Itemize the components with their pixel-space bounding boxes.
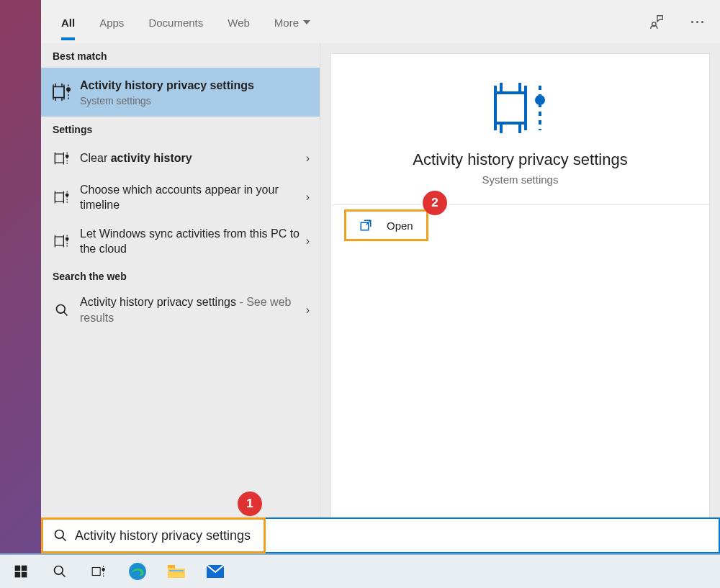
result-best-match[interactable]: Activity history privacy settings System… xyxy=(41,68,320,117)
result-title: Let Windows sync activities from this PC… xyxy=(80,226,311,257)
edge-icon xyxy=(128,562,147,581)
svg-line-44 xyxy=(62,574,66,577)
chevron-right-icon: › xyxy=(306,304,310,317)
tab-more[interactable]: More xyxy=(274,4,310,40)
svg-rect-49 xyxy=(168,565,175,568)
result-title: Activity history privacy settings - See … xyxy=(80,294,311,325)
svg-rect-45 xyxy=(92,568,100,576)
mail-icon xyxy=(206,564,225,579)
open-label: Open xyxy=(387,220,413,232)
edge-button[interactable] xyxy=(118,556,157,587)
detail-actions: Open xyxy=(331,205,709,241)
svg-rect-20 xyxy=(55,237,63,245)
feedback-button[interactable] xyxy=(644,9,670,35)
person-feedback-icon xyxy=(649,14,665,30)
svg-rect-40 xyxy=(22,566,27,571)
activity-history-icon xyxy=(490,78,552,136)
svg-rect-27 xyxy=(495,93,526,123)
svg-point-24 xyxy=(66,238,68,241)
chevron-right-icon: › xyxy=(306,191,310,204)
task-view-button[interactable] xyxy=(79,556,118,587)
annotation-highlight-1: Activity history privacy settings xyxy=(41,517,266,553)
taskbar-search-button[interactable] xyxy=(40,556,79,587)
results-list: Best match Activ xyxy=(41,43,320,553)
result-title: Clear activity history xyxy=(80,150,311,166)
open-action[interactable]: Open xyxy=(346,212,426,239)
svg-point-37 xyxy=(55,530,64,539)
svg-point-9 xyxy=(67,88,71,91)
open-icon xyxy=(359,219,372,232)
detail-hero: Activity history privacy settings System… xyxy=(331,54,709,205)
section-search-web: Search the web xyxy=(41,263,320,288)
result-choose-accounts[interactable]: Choose which accounts appear in your tim… xyxy=(41,176,320,220)
result-title: Activity history privacy settings xyxy=(80,78,311,94)
folder-icon xyxy=(167,564,186,579)
result-title: Choose which accounts appear in your tim… xyxy=(80,182,311,213)
detail-subtitle: System settings xyxy=(482,173,559,186)
annotation-highlight-2: Open xyxy=(344,209,428,241)
activity-history-icon xyxy=(51,230,73,252)
section-best-match: Best match xyxy=(41,43,320,68)
windows-icon xyxy=(14,564,28,579)
svg-point-48 xyxy=(129,563,146,580)
annotation-badge-1: 1 xyxy=(238,492,262,516)
svg-rect-10 xyxy=(55,154,63,163)
tab-apps[interactable]: Apps xyxy=(99,4,124,40)
svg-point-35 xyxy=(535,95,545,105)
detail-title: Activity history privacy settings xyxy=(413,150,627,169)
search-input-value: Activity history privacy settings xyxy=(75,528,251,543)
search-scope-tabs: All Apps Documents Web More xyxy=(41,0,720,43)
annotation-badge-2: 2 xyxy=(423,191,447,215)
svg-rect-50 xyxy=(169,570,184,571)
activity-history-icon xyxy=(51,81,73,103)
result-sync-activities[interactable]: Let Windows sync activities from this PC… xyxy=(41,220,320,263)
search-icon xyxy=(53,564,67,579)
svg-line-26 xyxy=(64,312,68,315)
start-button[interactable] xyxy=(1,556,40,587)
result-web-search[interactable]: Activity history privacy settings - See … xyxy=(41,288,320,332)
search-icon xyxy=(51,299,73,321)
svg-point-25 xyxy=(57,304,66,313)
svg-point-19 xyxy=(66,194,68,196)
task-view-icon xyxy=(91,564,107,579)
options-button[interactable] xyxy=(684,9,710,35)
file-explorer-button[interactable] xyxy=(157,556,196,587)
result-subtitle: System settings xyxy=(80,95,311,107)
tab-more-label: More xyxy=(274,17,299,29)
result-detail-pane: Activity history privacy settings System… xyxy=(320,43,720,553)
mail-button[interactable] xyxy=(196,556,235,587)
tab-web[interactable]: Web xyxy=(228,4,250,40)
svg-rect-42 xyxy=(22,572,27,578)
detail-card: Activity history privacy settings System… xyxy=(330,53,710,543)
svg-rect-41 xyxy=(15,572,21,578)
activity-history-icon xyxy=(51,186,73,208)
svg-rect-15 xyxy=(55,193,63,202)
search-icon xyxy=(53,528,68,543)
svg-point-43 xyxy=(55,566,63,575)
taskbar-search-box[interactable]: Activity history privacy settings xyxy=(41,517,720,553)
search-results-panel: All Apps Documents Web More Best match xyxy=(41,0,720,553)
tab-all[interactable]: All xyxy=(61,4,75,40)
svg-point-14 xyxy=(66,155,68,158)
svg-rect-39 xyxy=(15,566,21,571)
svg-rect-1 xyxy=(53,86,64,97)
chevron-right-icon: › xyxy=(306,235,310,248)
svg-line-38 xyxy=(63,538,66,541)
chevron-right-icon: › xyxy=(306,152,310,165)
activity-history-icon xyxy=(51,148,73,169)
taskbar xyxy=(0,553,720,588)
result-clear-activity-history[interactable]: Clear activity history › xyxy=(41,141,320,176)
tab-documents[interactable]: Documents xyxy=(148,4,203,40)
svg-point-47 xyxy=(102,569,104,571)
search-main-area: Best match Activ xyxy=(41,43,720,553)
section-settings: Settings xyxy=(41,117,320,141)
chevron-down-icon xyxy=(303,20,310,24)
